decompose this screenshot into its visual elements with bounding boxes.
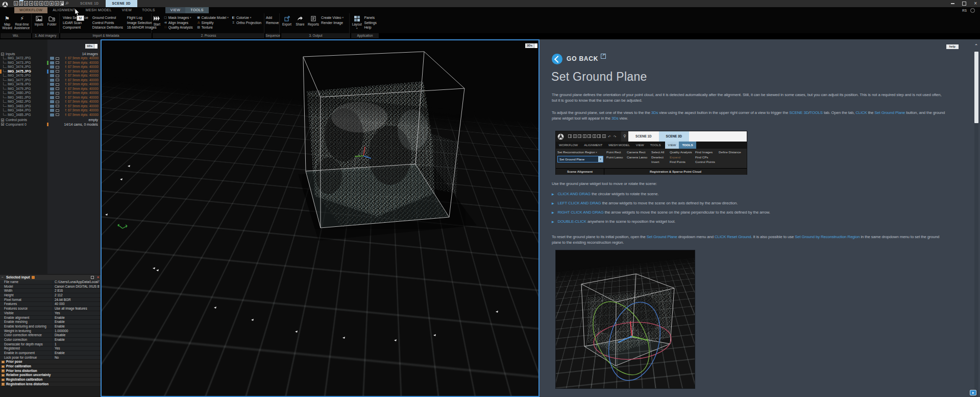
image-row[interactable]: IMG_3475.JPG f: 67.9mm #pts: 40000 [0, 69, 101, 74]
help-link[interactable]: 3Ds [611, 116, 619, 121]
property-row[interactable]: Enable meshing Enable [0, 320, 101, 324]
ribbon-link[interactable]: Distance Definitions [92, 26, 123, 29]
image-row[interactable]: IMG_3476.JPG f: 67.9mm #pts: 40000 [0, 74, 101, 78]
ribbon-link[interactable]: Ground Control [92, 16, 123, 19]
go-back-button[interactable]: GO BACK [552, 53, 606, 64]
help-link[interactable]: CLICK [855, 110, 867, 115]
tree-node-component[interactable]: + Component 0 14/14 cams, 0 models [0, 122, 101, 127]
ribbon-tab-context-view[interactable]: VIEW [165, 7, 186, 13]
ribbon-link[interactable]: Control Points [92, 21, 123, 25]
expand-icon[interactable]: + [2, 365, 5, 368]
property-row[interactable]: Features 40 000 [0, 302, 101, 307]
ribbon-process-item[interactable]: ▨Texture [197, 26, 229, 29]
property-row[interactable]: Enable in component Enable [0, 351, 101, 356]
ribbon-link[interactable]: LiDAR Scan [63, 21, 88, 25]
property-row[interactable]: Height 2 112 [0, 293, 101, 298]
ribbon-tab-context-tools[interactable]: TOOLS [185, 7, 209, 13]
image-row[interactable]: IMG_3479.JPG f: 67.9mm #pts: 40000 [0, 87, 101, 91]
external-link-icon[interactable] [601, 54, 606, 59]
property-row[interactable]: Downscale for depth maps 1 [0, 342, 101, 347]
property-row[interactable]: Model Canon Canon DIGITAL IXUS 85 ... [0, 285, 101, 289]
expand-icon[interactable]: + [2, 369, 5, 372]
scene-tab[interactable]: SCENE 3D [106, 0, 138, 7]
help-link[interactable]: Set Ground Plane [874, 110, 905, 115]
ribbon-tab[interactable]: TOOLS [137, 7, 160, 13]
reports-button[interactable]: Reports [308, 14, 319, 27]
help-circle-icon[interactable] [970, 8, 975, 13]
ribbon-output-link[interactable]: Create Video▾ [321, 16, 344, 19]
layout-tab[interactable]: 9 [55, 1, 59, 6]
start-button[interactable]: Start [153, 14, 161, 27]
expand-icon[interactable]: + [1, 123, 4, 126]
folder-button[interactable]: Folder [46, 14, 58, 27]
property-row[interactable]: Weight in texturing 1.000000 [0, 329, 101, 334]
property-row[interactable]: File name C:/Users/Luna/AppData/Local/T.… [0, 280, 101, 285]
property-row[interactable]: Enable alignment Enable [0, 316, 101, 320]
property-row[interactable]: Lock pose for continue No [0, 356, 101, 360]
layout-tab[interactable]: 8 [50, 1, 54, 6]
image-row[interactable]: IMG_3481.JPG f: 67.9mm #pts: 40000 [0, 96, 101, 100]
expand-icon[interactable]: + [2, 361, 5, 364]
image-row[interactable]: IMG_3484.JPG f: 67.9mm #pts: 40000 [0, 108, 101, 113]
close-panel-icon[interactable]: × [97, 275, 99, 280]
ribbon-process-item[interactable]: ∷Quality Analysis [164, 26, 194, 29]
layout-tab[interactable]: 7 [44, 1, 48, 6]
image-row[interactable]: IMG_3480.JPG f: 67.9mm #pts: 40000 [0, 91, 101, 96]
minimize-button[interactable] [951, 3, 954, 4]
property-row[interactable]: Enable texturing and coloring Enable [0, 324, 101, 329]
image-row[interactable]: IMG_3485.JPG f: 67.9mm #pts: 40000 [0, 113, 101, 118]
detach-panel-icon[interactable] [91, 276, 94, 279]
property-row[interactable]: Registered Yes [0, 346, 101, 351]
lock-tab[interactable] [60, 1, 64, 6]
share-button[interactable]: Share [295, 14, 306, 27]
notification-corner-icon[interactable] [970, 390, 976, 395]
ribbon-process-item[interactable]: ▦Calculate Model▾ [197, 16, 229, 19]
image-row[interactable]: IMG_3472.JPG f: 67.9mm #pts: 40000 [0, 56, 101, 61]
property-group-row[interactable]: + Relative position uncertainty [0, 373, 101, 378]
ribbon-link[interactable]: Component [63, 26, 88, 29]
scrollbar-up-arrow[interactable]: ⌃ [973, 43, 979, 50]
view-type-badge-1ds[interactable]: 1Ds [85, 44, 97, 49]
scene-tab[interactable]: SCENE 1D [74, 0, 106, 7]
image-row[interactable]: IMG_3483.JPG f: 67.9mm #pts: 40000 [0, 104, 101, 109]
property-group-row[interactable]: + Prior lens distortion [0, 369, 101, 373]
export-button[interactable]: Export [281, 14, 292, 27]
pin-icon[interactable]: ⚲ [64, 1, 70, 6]
collapse-icon[interactable]: − [1, 53, 4, 56]
image-row[interactable]: IMG_3473.JPG f: 67.9mm #pts: 40000 [0, 61, 101, 65]
help-link[interactable]: 3Ds [651, 110, 658, 115]
help-link[interactable]: Set Ground by Reconstruction Region [795, 235, 860, 239]
layout-tab[interactable]: 5 [34, 1, 38, 6]
layout-tab[interactable]: 4 [29, 1, 33, 6]
ribbon-process-item[interactable]: ⇉Align Images [164, 21, 194, 25]
expand-icon[interactable]: + [2, 383, 5, 386]
property-group-row[interactable]: + Registration calibration [0, 378, 101, 382]
ribbon-link[interactable]: Help [364, 26, 377, 29]
expand-icon[interactable]: + [2, 374, 5, 377]
image-row[interactable]: IMG_3478.JPG f: 67.9mm #pts: 40000 [0, 82, 101, 87]
layout-tab[interactable]: 1 [14, 1, 18, 6]
image-row[interactable]: IMG_3477.JPG f: 67.9mm #pts: 40000 [0, 78, 101, 83]
property-group-row[interactable]: + Registration lens distortion [0, 382, 101, 387]
tree-node-inputs[interactable]: − Inputs 14 images [0, 52, 101, 56]
property-row[interactable]: Color correction Enable [0, 338, 101, 342]
collapse-icon[interactable]: − [2, 275, 4, 280]
property-row[interactable]: Pixel format 24-bit BGR [0, 298, 101, 302]
property-group-row[interactable]: + Prior pose [0, 360, 101, 364]
inputs-button[interactable]: Inputs [33, 14, 45, 27]
ribbon-link[interactable]: Remove [266, 21, 279, 25]
image-row[interactable]: IMG_3474.JPG f: 67.9mm #pts: 40000 [0, 65, 101, 69]
expand-icon[interactable]: + [1, 119, 4, 122]
property-group-row[interactable]: + Prior calibration [0, 364, 101, 369]
ribbon-link[interactable]: Panels [364, 16, 377, 19]
image-row[interactable]: IMG_3482.JPG f: 67.9mm #pts: 40000 [0, 100, 101, 104]
expand-icon[interactable]: + [2, 379, 5, 382]
layout-tab[interactable]: 3 [24, 1, 28, 6]
close-button[interactable]: × [974, 1, 977, 7]
view-aspect-button[interactable] [94, 44, 97, 49]
property-row[interactable]: Color correction reference Disable [0, 333, 101, 338]
ribbon-process-item[interactable]: ΣOrtho Projection [232, 21, 262, 25]
maximize-button[interactable] [962, 2, 966, 6]
help-link[interactable]: Set Ground Plane [647, 235, 677, 239]
ribbon-tab[interactable]: VIEW [117, 7, 137, 13]
